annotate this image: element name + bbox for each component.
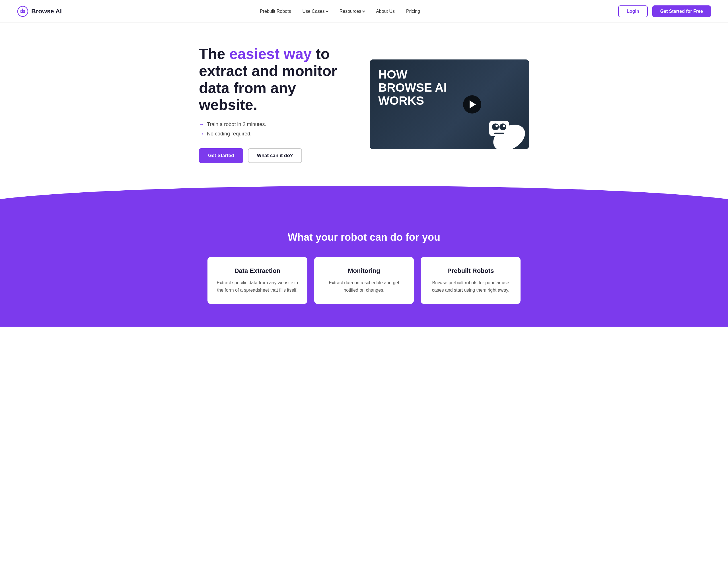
hero-title: The easiest way to extract and monitor d… [199, 46, 353, 113]
hero-buttons: Get Started What can it do? [199, 148, 353, 163]
hero-features: → Train a robot in 2 minutes. → No codin… [199, 122, 353, 137]
hero-section: The easiest way to extract and monitor d… [182, 23, 546, 191]
hero-feature-1: → Train a robot in 2 minutes. [199, 122, 353, 128]
hero-video: HOW BROWSE AI WORKS [370, 59, 529, 149]
cards-grid: Data Extraction Extract specific data fr… [207, 257, 521, 304]
robot-illustration [472, 92, 529, 149]
svg-rect-4 [22, 8, 23, 10]
brand-logo[interactable]: Browse AI [17, 6, 62, 17]
card-desc-prebuilt: Browse prebuilt robots for popular use c… [428, 279, 513, 294]
chevron-down-icon [326, 10, 329, 12]
hero-content: The easiest way to extract and monitor d… [199, 46, 353, 163]
feature-card-monitoring: Monitoring Extract data on a schedule an… [314, 257, 414, 304]
svg-point-9 [495, 125, 498, 127]
nav-link-about[interactable]: About Us [376, 9, 395, 14]
get-started-button[interactable]: Get Started [199, 148, 243, 163]
chevron-down-icon [362, 10, 365, 12]
purple-section: What your robot can do for you Data Extr… [0, 209, 728, 327]
card-desc-monitoring: Extract data on a schedule and get notif… [322, 279, 406, 294]
brand-name: Browse AI [31, 8, 62, 15]
nav-link-use-cases[interactable]: Use Cases [302, 9, 328, 14]
hero-feature-2: → No coding required. [199, 131, 353, 137]
navbar: Browse AI Prebuilt Robots Use Cases Reso… [0, 0, 728, 23]
video-text: HOW BROWSE AI WORKS [378, 68, 447, 108]
nav-item-resources[interactable]: Resources [340, 9, 365, 14]
login-button[interactable]: Login [618, 5, 648, 17]
nav-links: Prebuilt Robots Use Cases Resources Abou… [260, 9, 420, 14]
card-title-data-extraction: Data Extraction [215, 267, 300, 274]
video-thumbnail[interactable]: HOW BROWSE AI WORKS [370, 59, 529, 149]
svg-point-3 [23, 10, 24, 12]
nav-link-prebuilt[interactable]: Prebuilt Robots [260, 9, 291, 14]
svg-point-8 [499, 124, 506, 130]
nav-actions: Login Get Started for Free [618, 5, 711, 17]
nav-item-use-cases[interactable]: Use Cases [302, 9, 328, 14]
card-title-prebuilt: Prebuilt Robots [428, 267, 513, 274]
nav-item-pricing[interactable]: Pricing [406, 9, 420, 14]
nav-link-resources[interactable]: Resources [340, 9, 365, 14]
get-started-nav-button[interactable]: Get Started for Free [652, 5, 711, 17]
feature-card-data-extraction: Data Extraction Extract specific data fr… [207, 257, 307, 304]
nav-item-about[interactable]: About Us [376, 9, 395, 14]
hero-title-highlight: easiest way [229, 46, 312, 62]
hero-title-part1: The [199, 46, 229, 62]
video-play-button[interactable] [463, 95, 481, 113]
svg-rect-11 [494, 133, 504, 134]
svg-point-10 [503, 125, 505, 127]
nav-link-pricing[interactable]: Pricing [406, 9, 420, 14]
svg-point-2 [21, 10, 22, 12]
feature-card-prebuilt: Prebuilt Robots Browse prebuilt robots f… [421, 257, 521, 304]
card-title-monitoring: Monitoring [322, 267, 406, 274]
nav-item-prebuilt[interactable]: Prebuilt Robots [260, 9, 291, 14]
arrow-icon: → [199, 131, 204, 137]
card-desc-data-extraction: Extract specific data from any website i… [215, 279, 300, 294]
section-title: What your robot can do for you [17, 231, 711, 243]
logo-icon [17, 6, 28, 17]
what-can-button[interactable]: What can it do? [248, 148, 302, 163]
arrow-icon: → [199, 122, 204, 128]
svg-point-7 [492, 124, 499, 130]
